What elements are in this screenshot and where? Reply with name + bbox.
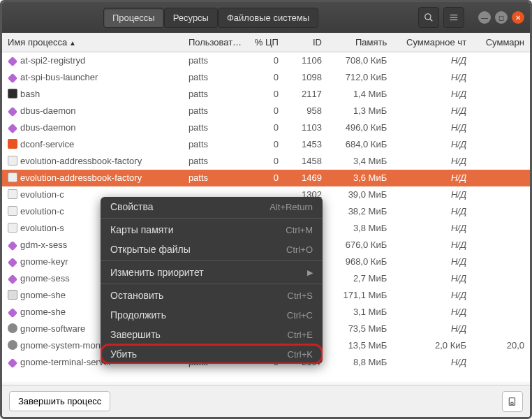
- process-icon: [8, 124, 17, 133]
- table-row[interactable]: dconf-servicepatts01453684,0 КиБН/Д: [2, 136, 530, 153]
- menu-button[interactable]: [443, 7, 464, 28]
- col-user[interactable]: Пользователь: [183, 33, 248, 52]
- tab-Процессы[interactable]: Процессы: [103, 8, 164, 28]
- cell-t1: Н/Д: [392, 170, 472, 186]
- cell-t2: 20,0: [472, 337, 530, 354]
- table-row[interactable]: dbus-daemonpatts01103496,0 КиБН/Д: [2, 119, 530, 136]
- view-tabs: ПроцессыРесурсыФайловые системы: [103, 8, 318, 28]
- process-icon: [8, 290, 17, 300]
- menu-item-label: Изменить приоритет: [110, 267, 204, 278]
- process-icon: [8, 223, 17, 233]
- cell-mem: 1,4 МиБ: [327, 86, 392, 103]
- process-icon: [8, 258, 17, 267]
- minimize-button[interactable]: —: [478, 11, 491, 24]
- menu-item-shortcut: Ctrl+K: [288, 349, 313, 360]
- cell-t2: [472, 220, 530, 237]
- cell-name: dbus-daemon: [2, 119, 183, 136]
- cell-t2: [472, 321, 530, 337]
- cell-t1: Н/Д: [392, 270, 472, 287]
- cell-t2: [472, 153, 530, 170]
- table-row[interactable]: dbus-daemonpatts09581,3 МиБН/Д: [2, 103, 530, 119]
- cell-cpu: 0: [248, 52, 284, 69]
- cell-t2: [472, 304, 530, 321]
- cell-t1: Н/Д: [392, 86, 472, 103]
- process-icon: [8, 308, 17, 318]
- menu-item-Завершить[interactable]: ЗавершитьCtrl+E: [101, 325, 323, 344]
- menu-item-Открытые файлы[interactable]: Открытые файлыCtrl+O: [101, 240, 323, 259]
- col-cpu[interactable]: % ЦП: [248, 33, 284, 52]
- cell-t1: Н/Д: [392, 354, 472, 371]
- cell-t1: Н/Д: [392, 237, 472, 253]
- cell-t2: [472, 203, 530, 220]
- table-row[interactable]: bashpatts021171,4 МиБН/Д: [2, 86, 530, 103]
- col-name[interactable]: Имя процесса: [2, 33, 183, 52]
- menu-item-label: Остановить: [110, 290, 163, 301]
- col-id[interactable]: ID: [284, 33, 327, 52]
- cell-t2: [472, 253, 530, 270]
- menu-item-Свойства[interactable]: СвойстваAlt+Return: [101, 197, 323, 216]
- menu-item-Карты памяти[interactable]: Карты памятиCtrl+M: [101, 220, 323, 240]
- cell-t1: Н/Д: [392, 103, 472, 119]
- tab-Ресурсы[interactable]: Ресурсы: [164, 8, 218, 28]
- cell-t2: [472, 86, 530, 103]
- col-memory[interactable]: Память: [327, 33, 392, 52]
- col-total[interactable]: Суммарн: [472, 33, 530, 52]
- process-icon: [8, 323, 17, 333]
- cell-mem: 8,8 МиБ: [327, 354, 392, 371]
- cell-mem: 712,0 КиБ: [327, 69, 392, 86]
- menu-item-Остановить[interactable]: ОстановитьCtrl+S: [101, 286, 323, 305]
- cell-id: 1458: [284, 153, 327, 170]
- cell-t1: Н/Д: [392, 136, 472, 153]
- cell-cpu: 0: [248, 136, 284, 153]
- menu-item-label: Карты памяти: [110, 224, 174, 235]
- cell-id: 1453: [284, 136, 327, 153]
- tab-Файловые системы[interactable]: Файловые системы: [218, 8, 318, 28]
- process-icon: [8, 274, 17, 284]
- cell-t1: Н/Д: [392, 253, 472, 270]
- cell-name: evolution-addressbook-factory: [2, 170, 183, 186]
- cell-mem: 73,5 МиБ: [327, 321, 392, 337]
- menu-item-Изменить приоритет[interactable]: Изменить приоритет▶: [101, 263, 323, 282]
- cell-id: 958: [284, 103, 327, 119]
- cell-user: patts: [183, 119, 248, 136]
- menu-item-Убить[interactable]: УбитьCtrl+K: [101, 344, 323, 364]
- cell-cpu: 0: [248, 103, 284, 119]
- process-icon: [8, 139, 17, 149]
- cell-t1: Н/Д: [392, 220, 472, 237]
- cell-name: dconf-service: [2, 136, 183, 153]
- cell-user: patts: [183, 170, 248, 186]
- context-menu: СвойстваAlt+ReturnКарты памятиCtrl+MОткр…: [101, 197, 323, 364]
- process-icon: [8, 206, 17, 216]
- search-button[interactable]: [418, 7, 439, 28]
- cell-id: 1103: [284, 119, 327, 136]
- cell-mem: 171,1 МиБ: [327, 287, 392, 304]
- process-icon: [8, 358, 17, 368]
- menu-item-shortcut: Ctrl+M: [286, 225, 313, 235]
- table-row[interactable]: at-spi2-registrydpatts01106708,0 КиБН/Д: [2, 52, 530, 69]
- cell-id: 1469: [284, 170, 327, 186]
- cell-user: patts: [183, 103, 248, 119]
- menu-item-label: Свойства: [110, 201, 153, 212]
- close-button[interactable]: ✕: [512, 11, 524, 24]
- end-process-button[interactable]: Завершить процесс: [9, 391, 110, 411]
- menu-item-Продолжить[interactable]: ПродолжитьCtrl+C: [101, 305, 323, 325]
- table-row[interactable]: evolution-addressbook-factorypatts014693…: [2, 170, 530, 186]
- process-icon: [8, 156, 17, 166]
- cell-t1: Н/Д: [392, 304, 472, 321]
- cell-t2: [472, 69, 530, 86]
- cell-user: patts: [183, 69, 248, 86]
- properties-button[interactable]: [502, 391, 523, 412]
- maximize-button[interactable]: ◻: [495, 11, 508, 24]
- menu-item-shortcut: Ctrl+O: [286, 244, 313, 255]
- svg-point-6: [511, 402, 514, 405]
- cell-cpu: 0: [248, 119, 284, 136]
- cell-t2: [472, 186, 530, 203]
- col-total-read[interactable]: Суммарное чт: [392, 33, 472, 52]
- cell-mem: 1,3 МиБ: [327, 103, 392, 119]
- table-row[interactable]: at-spi-bus-launcherpatts01098712,0 КиБН/…: [2, 69, 530, 86]
- svg-rect-5: [509, 397, 515, 405]
- cell-mem: 708,0 КиБ: [327, 52, 392, 69]
- menu-item-label: Убить: [110, 348, 137, 360]
- cell-id: 1106: [284, 52, 327, 69]
- table-row[interactable]: evolution-addressbook-factorypatts014583…: [2, 153, 530, 170]
